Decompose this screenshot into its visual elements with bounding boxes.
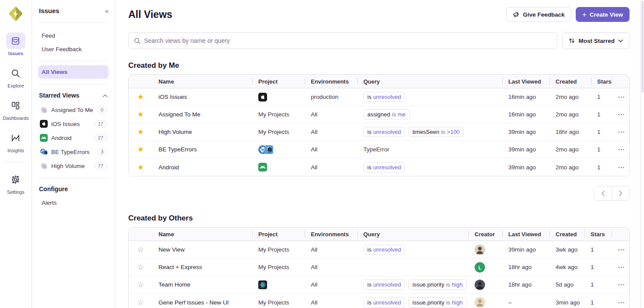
query-chip: assignedisme [363, 109, 410, 119]
created-by-others-heading: Created by Others [128, 214, 630, 223]
view-name-link[interactable]: BE TypeErrors [158, 146, 197, 153]
view-name-link[interactable]: Team Home [158, 281, 190, 288]
environments-value: All [311, 129, 317, 135]
starred-view-android[interactable]: Android 27 [38, 131, 109, 145]
starred-view-be-typeerrors[interactable]: BE TypeErrors 3 [38, 145, 109, 159]
give-feedback-button[interactable]: Give Feedback [506, 7, 571, 22]
rail-item-insights[interactable]: Insights [3, 130, 28, 153]
star-toggle-button[interactable]: ★ [137, 146, 144, 153]
settings-icon [6, 171, 25, 188]
header-cell-star [129, 75, 152, 88]
created-value: 2mo ago [556, 146, 579, 153]
rail-item-dashboards[interactable]: Dashboards [3, 97, 28, 121]
stars-cell: 1 [584, 281, 612, 288]
row-menu-button[interactable]: ⋯ [618, 145, 625, 154]
last-viewed-value: 18hr ago [508, 264, 531, 270]
previous-page-button[interactable] [594, 186, 612, 200]
view-name-link[interactable]: Assigned To Me [158, 111, 201, 118]
star-toggle-button[interactable]: ★ [137, 164, 144, 171]
sort-dropdown[interactable]: Most Starred [562, 32, 630, 49]
star-toggle-button[interactable]: ☆ [137, 263, 144, 271]
view-name-link[interactable]: New View [158, 246, 185, 253]
query-plain-text: TypeError [363, 146, 389, 153]
issue-count-badge: 27 [95, 134, 107, 141]
issue-count-badge: 3 [97, 148, 107, 155]
chevron-up-icon[interactable] [102, 91, 108, 99]
python-pair-icon [40, 148, 48, 156]
query-cell: isunresolvedissue.priorityishigh [357, 298, 468, 308]
search-views-input[interactable] [144, 37, 552, 44]
table-row: ☆ React + Express My Projects All L 18hr… [129, 259, 629, 276]
created-value: 18hr ago [556, 129, 579, 135]
star-toggle-button[interactable]: ☆ [137, 281, 144, 288]
star-toggle-button[interactable]: ☆ [137, 246, 144, 253]
row-menu-button[interactable]: ⋯ [618, 128, 625, 136]
sidebar-item-alerts[interactable]: Alerts [38, 196, 109, 210]
row-menu-button[interactable]: ⋯ [618, 280, 625, 289]
next-page-button[interactable] [612, 186, 629, 200]
scrollbar[interactable] [640, 0, 644, 308]
starred-view-ios-issues[interactable]: iOS Issues 17 [38, 117, 109, 131]
project-cell [252, 93, 305, 102]
row-menu-button[interactable]: ⋯ [618, 163, 625, 172]
starred-view-assigned-to-me[interactable]: Assigned To Me 0 [38, 103, 109, 117]
star-cell: ☆ [129, 246, 152, 253]
view-name-link[interactable]: High Volume [158, 129, 192, 135]
row-menu-button[interactable]: ⋯ [618, 110, 625, 119]
header-cell-project: Project [252, 75, 305, 88]
view-name-link[interactable]: Android [158, 164, 179, 171]
main-content: All Views Give Feedback + Create View [115, 0, 640, 308]
created-cell: 2mo ago [549, 111, 591, 118]
scrollbar-thumb[interactable] [641, 1, 644, 93]
sort-label: Most Starred [578, 38, 615, 44]
sidebar-item-all-views[interactable]: All Views [38, 65, 109, 79]
starred-view-label: Assigned To Me [51, 107, 94, 113]
search-views-box[interactable] [128, 32, 557, 49]
view-name-link[interactable]: Gene Perf Issues - New UI [158, 299, 229, 306]
star-toggle-button[interactable]: ☆ [137, 299, 144, 306]
header-cell-created: Created [549, 228, 584, 241]
view-name-link[interactable]: React + Express [158, 264, 202, 270]
row-menu-button[interactable]: ⋯ [618, 93, 625, 101]
view-name-link[interactable]: iOS Issues [158, 94, 187, 100]
star-toggle-button[interactable]: ★ [137, 128, 144, 136]
environments-cell: All [305, 264, 357, 270]
sidebar-item-feed[interactable]: Feed [38, 29, 109, 42]
environments-value: All [311, 299, 317, 306]
sentry-logo[interactable] [7, 5, 25, 23]
row-menu-button[interactable]: ⋯ [618, 245, 625, 254]
star-toggle-button[interactable]: ★ [137, 111, 144, 118]
last-viewed-cell: 39min ago [502, 246, 549, 253]
table-row: ★ iOS Issues production isunresolved 16m… [129, 88, 629, 106]
starred-view-high-volume[interactable]: High Volume 77 [38, 159, 109, 173]
collapse-sidebar-icon[interactable]: « [105, 7, 108, 14]
query-cell: isunresolved [357, 245, 468, 255]
creator-cell [468, 245, 502, 255]
create-view-button[interactable]: + Create View [576, 7, 630, 22]
stars-count: 1 [591, 246, 594, 253]
star-toggle-button[interactable]: ★ [137, 93, 144, 101]
name-cell: BE TypeErrors [152, 146, 252, 153]
created-cell: 5d ago [549, 281, 584, 288]
plus-icon: + [582, 11, 587, 18]
environments-value: All [311, 281, 317, 288]
header-cell-stars: Stars [584, 228, 612, 241]
rail-item-settings[interactable]: Settings [3, 171, 28, 195]
rail-item-issues[interactable]: Issues [3, 32, 28, 56]
stars-cell: 1 [591, 94, 612, 100]
row-menu-button[interactable]: ⋯ [618, 298, 625, 307]
starred-views-list: Assigned To Me 0 iOS Issues 17 Android 2… [38, 103, 109, 173]
sidebar-item-user-feedback[interactable]: User Feedback [38, 42, 109, 56]
stars-cell: 1 [584, 264, 612, 270]
project-label: My Projects [258, 111, 289, 118]
star-cell: ☆ [129, 263, 152, 271]
last-viewed-cell: 16min ago [502, 111, 549, 118]
menu-cell: ⋯ [612, 145, 629, 154]
issues-icon [6, 32, 25, 49]
rail-item-explore[interactable]: Explore [3, 65, 28, 88]
row-menu-button[interactable]: ⋯ [618, 263, 625, 271]
name-cell: Assigned To Me [152, 111, 252, 118]
stars-count: 1 [597, 111, 601, 118]
rail-item-label: Issues [8, 51, 23, 56]
star-cell: ★ [129, 164, 152, 171]
